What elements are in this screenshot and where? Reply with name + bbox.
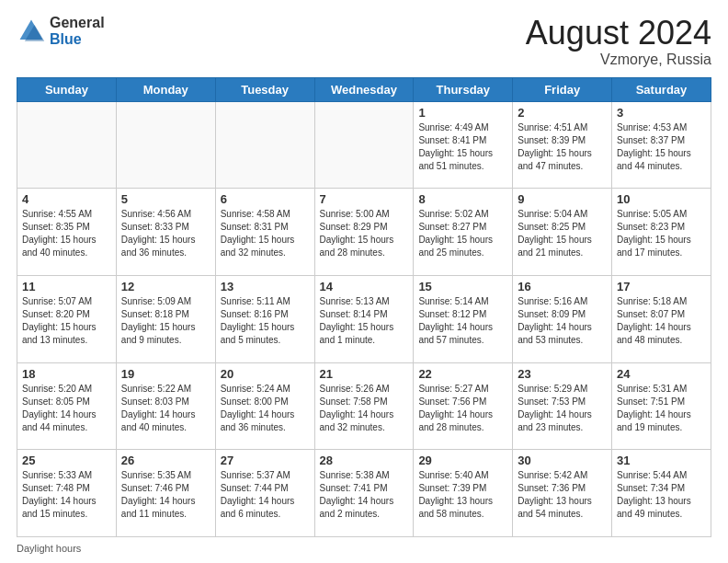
calendar-cell: 12Sunrise: 5:09 AM Sunset: 8:18 PM Dayli… (116, 275, 215, 362)
calendar-cell: 14Sunrise: 5:13 AM Sunset: 8:14 PM Dayli… (314, 275, 414, 362)
day-info: Sunrise: 5:24 AM Sunset: 8:00 PM Dayligh… (221, 383, 310, 434)
day-info: Sunrise: 5:31 AM Sunset: 7:51 PM Dayligh… (617, 383, 706, 434)
calendar-cell: 27Sunrise: 5:37 AM Sunset: 7:44 PM Dayli… (215, 450, 314, 537)
day-info: Sunrise: 5:00 AM Sunset: 8:29 PM Dayligh… (320, 208, 409, 259)
logo-icon (17, 17, 46, 46)
day-info: Sunrise: 5:20 AM Sunset: 8:05 PM Dayligh… (22, 383, 111, 434)
logo: General Blue (17, 15, 105, 47)
calendar-cell: 5Sunrise: 4:56 AM Sunset: 8:33 PM Daylig… (116, 189, 215, 276)
day-number: 19 (121, 367, 210, 381)
day-number: 20 (221, 367, 310, 381)
day-info: Sunrise: 4:53 AM Sunset: 8:37 PM Dayligh… (617, 121, 706, 173)
title-block: August 2024 Vzmorye, Russia (526, 15, 711, 68)
day-number: 2 (518, 106, 607, 120)
logo-blue: Blue (50, 31, 105, 48)
calendar-header-tuesday: Tuesday (215, 77, 314, 101)
calendar-header-row: SundayMondayTuesdayWednesdayThursdayFrid… (17, 77, 711, 101)
day-number: 24 (617, 367, 706, 381)
day-number: 14 (320, 280, 409, 293)
calendar-cell: 21Sunrise: 5:26 AM Sunset: 7:58 PM Dayli… (314, 362, 414, 450)
day-info: Sunrise: 4:51 AM Sunset: 8:39 PM Dayligh… (518, 121, 607, 173)
day-info: Sunrise: 5:14 AM Sunset: 8:12 PM Dayligh… (418, 295, 507, 347)
day-info: Sunrise: 5:09 AM Sunset: 8:18 PM Dayligh… (121, 295, 210, 347)
calendar-cell: 23Sunrise: 5:29 AM Sunset: 7:53 PM Dayli… (513, 362, 612, 450)
calendar-week-5: 25Sunrise: 5:33 AM Sunset: 7:48 PM Dayli… (17, 450, 711, 537)
day-info: Sunrise: 4:56 AM Sunset: 8:33 PM Dayligh… (121, 208, 210, 259)
day-number: 22 (418, 367, 507, 381)
calendar-cell: 9Sunrise: 5:04 AM Sunset: 8:25 PM Daylig… (513, 189, 612, 276)
calendar-week-3: 11Sunrise: 5:07 AM Sunset: 8:20 PM Dayli… (17, 275, 711, 362)
calendar-header-sunday: Sunday (17, 77, 117, 101)
calendar-cell: 31Sunrise: 5:44 AM Sunset: 7:34 PM Dayli… (612, 450, 711, 537)
calendar-cell (215, 101, 314, 189)
calendar-cell (314, 101, 414, 189)
calendar-cell: 1Sunrise: 4:49 AM Sunset: 8:41 PM Daylig… (414, 101, 513, 189)
calendar-cell: 6Sunrise: 4:58 AM Sunset: 8:31 PM Daylig… (215, 189, 314, 276)
day-number: 3 (617, 106, 706, 120)
day-number: 10 (617, 192, 706, 206)
day-info: Sunrise: 5:04 AM Sunset: 8:25 PM Dayligh… (518, 208, 607, 259)
page: General Blue August 2024 Vzmorye, Russia… (0, 0, 728, 563)
day-number: 15 (418, 280, 507, 293)
day-number: 12 (121, 280, 210, 293)
day-number: 9 (518, 192, 607, 206)
day-number: 16 (518, 280, 607, 293)
day-info: Sunrise: 4:58 AM Sunset: 8:31 PM Dayligh… (221, 208, 310, 259)
day-number: 11 (22, 280, 111, 293)
day-number: 25 (22, 454, 111, 467)
calendar-cell: 15Sunrise: 5:14 AM Sunset: 8:12 PM Dayli… (414, 275, 513, 362)
calendar-cell: 18Sunrise: 5:20 AM Sunset: 8:05 PM Dayli… (17, 362, 117, 450)
day-info: Sunrise: 5:44 AM Sunset: 7:34 PM Dayligh… (617, 469, 706, 521)
calendar-cell (17, 101, 117, 189)
day-info: Sunrise: 4:55 AM Sunset: 8:35 PM Dayligh… (22, 208, 111, 259)
calendar-cell: 25Sunrise: 5:33 AM Sunset: 7:48 PM Dayli… (17, 450, 117, 537)
day-info: Sunrise: 4:49 AM Sunset: 8:41 PM Dayligh… (418, 121, 507, 173)
calendar-cell: 24Sunrise: 5:31 AM Sunset: 7:51 PM Dayli… (612, 362, 711, 450)
day-number: 5 (121, 192, 210, 206)
header: General Blue August 2024 Vzmorye, Russia (17, 15, 711, 68)
calendar-cell: 16Sunrise: 5:16 AM Sunset: 8:09 PM Dayli… (513, 275, 612, 362)
calendar-cell: 7Sunrise: 5:00 AM Sunset: 8:29 PM Daylig… (314, 189, 414, 276)
day-info: Sunrise: 5:42 AM Sunset: 7:36 PM Dayligh… (518, 469, 607, 521)
day-info: Sunrise: 5:38 AM Sunset: 7:41 PM Dayligh… (320, 469, 409, 521)
day-info: Sunrise: 5:40 AM Sunset: 7:39 PM Dayligh… (418, 469, 507, 521)
location: Vzmorye, Russia (526, 52, 711, 68)
day-info: Sunrise: 5:11 AM Sunset: 8:16 PM Dayligh… (221, 295, 310, 347)
day-number: 31 (617, 454, 706, 467)
day-number: 18 (22, 367, 111, 381)
day-info: Sunrise: 5:02 AM Sunset: 8:27 PM Dayligh… (418, 208, 507, 259)
day-number: 6 (221, 192, 310, 206)
calendar-header-saturday: Saturday (612, 77, 711, 101)
day-number: 8 (418, 192, 507, 206)
logo-general: General (50, 15, 105, 31)
day-number: 1 (418, 106, 507, 120)
calendar-cell (116, 101, 215, 189)
day-number: 23 (518, 367, 607, 381)
day-info: Sunrise: 5:13 AM Sunset: 8:14 PM Dayligh… (320, 295, 409, 347)
day-info: Sunrise: 5:16 AM Sunset: 8:09 PM Dayligh… (518, 295, 607, 347)
calendar-table: SundayMondayTuesdayWednesdayThursdayFrid… (17, 77, 711, 537)
day-info: Sunrise: 5:33 AM Sunset: 7:48 PM Dayligh… (22, 469, 111, 521)
day-number: 26 (121, 454, 210, 467)
calendar-header-friday: Friday (513, 77, 612, 101)
logo-text: General Blue (50, 15, 105, 47)
day-info: Sunrise: 5:22 AM Sunset: 8:03 PM Dayligh… (121, 383, 210, 434)
calendar-week-2: 4Sunrise: 4:55 AM Sunset: 8:35 PM Daylig… (17, 189, 711, 276)
day-info: Sunrise: 5:26 AM Sunset: 7:58 PM Dayligh… (320, 383, 409, 434)
calendar-week-1: 1Sunrise: 4:49 AM Sunset: 8:41 PM Daylig… (17, 101, 711, 189)
day-number: 4 (22, 192, 111, 206)
calendar-week-4: 18Sunrise: 5:20 AM Sunset: 8:05 PM Dayli… (17, 362, 711, 450)
day-info: Sunrise: 5:29 AM Sunset: 7:53 PM Dayligh… (518, 383, 607, 434)
calendar-cell: 3Sunrise: 4:53 AM Sunset: 8:37 PM Daylig… (612, 101, 711, 189)
calendar-cell: 19Sunrise: 5:22 AM Sunset: 8:03 PM Dayli… (116, 362, 215, 450)
calendar-header-thursday: Thursday (414, 77, 513, 101)
footer: Daylight hours (17, 543, 711, 554)
calendar-cell: 30Sunrise: 5:42 AM Sunset: 7:36 PM Dayli… (513, 450, 612, 537)
day-number: 28 (320, 454, 409, 467)
calendar-cell: 29Sunrise: 5:40 AM Sunset: 7:39 PM Dayli… (414, 450, 513, 537)
day-number: 29 (418, 454, 507, 467)
day-info: Sunrise: 5:37 AM Sunset: 7:44 PM Dayligh… (221, 469, 310, 521)
day-number: 7 (320, 192, 409, 206)
day-number: 30 (518, 454, 607, 467)
calendar-cell: 10Sunrise: 5:05 AM Sunset: 8:23 PM Dayli… (612, 189, 711, 276)
